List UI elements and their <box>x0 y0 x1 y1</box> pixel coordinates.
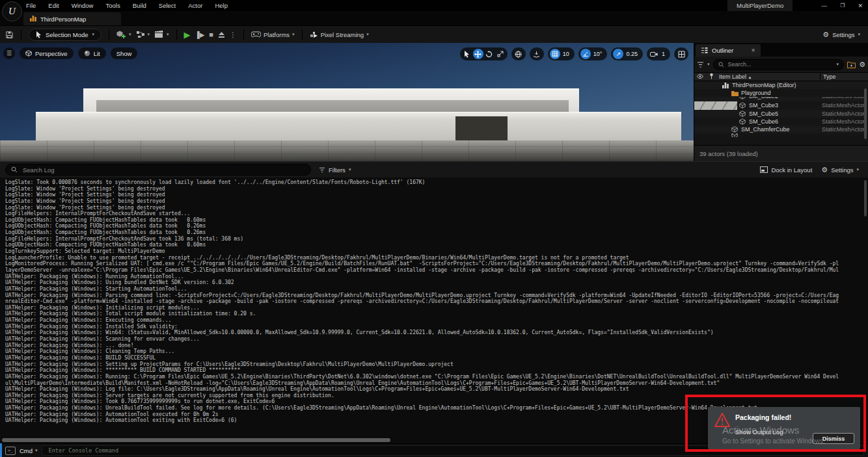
chevron-down-icon[interactable]: ▾ <box>837 62 839 67</box>
grid-snap-control[interactable]: 10 <box>548 47 575 60</box>
scale-tool-icon[interactable] <box>495 49 506 59</box>
log-line: UATHelper: Packaging (Windows): Installe… <box>5 324 864 330</box>
add-actor-dropdown[interactable]: ▾ <box>116 30 131 39</box>
outliner-row[interactable]: SM_Cube5StaticMeshActor <box>694 110 868 118</box>
eject-button[interactable] <box>218 31 225 38</box>
restore-button[interactable]: ❐ <box>840 3 845 8</box>
log-horizontal-scrollbar[interactable] <box>2 438 390 442</box>
perspective-dropdown[interactable]: Perspective <box>20 47 74 59</box>
outliner-row[interactable]: SM_ChamferCubeStaticMeshActor <box>694 125 868 133</box>
chevron-down-icon: ▾ <box>366 32 369 37</box>
cmd-dropdown[interactable]: Cmd ▾ <box>20 447 38 454</box>
show-output-log-link[interactable]: Show Output Log <box>735 428 783 436</box>
menu-item-actor[interactable]: Actor <box>188 2 202 9</box>
menu-item-help[interactable]: Help <box>215 2 228 9</box>
row-stripes-highlight <box>694 101 737 109</box>
tab-thirdpersonmap[interactable]: ThirdPersonMap <box>23 12 121 25</box>
chevron-down-icon: ▾ <box>856 167 859 172</box>
scale-snap-icon: ↗ <box>613 49 623 59</box>
close-button[interactable]: ✕ <box>858 3 863 9</box>
log-line: UATHelper: Packaging (Windows): Scanning… <box>5 336 864 343</box>
outliner-scrollbar[interactable] <box>864 88 867 139</box>
play-options-button[interactable]: ⋮ <box>230 31 236 38</box>
outliner-search-input[interactable] <box>727 60 834 68</box>
rotation-snap-value: 10° <box>591 51 606 57</box>
menu-item-file[interactable]: File <box>26 2 36 9</box>
scale-snap-control[interactable]: ↗ 0.25 <box>611 47 643 60</box>
menu-item-select[interactable]: Select <box>159 2 176 9</box>
mesh-icon <box>739 111 746 117</box>
visibility-column-icon[interactable] <box>694 73 706 80</box>
save-button[interactable] <box>5 31 14 39</box>
pin-column-icon[interactable] <box>706 73 716 81</box>
maximize-viewport-button[interactable] <box>674 47 688 60</box>
console-focus-accent <box>0 443 2 457</box>
search-icon <box>11 166 18 173</box>
outliner-row[interactable]: ThirdPersonMap (Editor) <box>694 81 868 89</box>
menu-item-build[interactable]: Build <box>133 2 146 9</box>
minimize-button[interactable]: — <box>821 3 827 9</box>
skip-frame-button[interactable]: ▐▶ <box>195 31 205 38</box>
outliner-row[interactable]: SM_Cube2StaticMeshActor <box>694 97 868 101</box>
log-line: UATHelper: Packaging (Windows): Initiali… <box>5 305 864 311</box>
rotate-tool-icon[interactable] <box>484 49 495 59</box>
menu-item-tools[interactable]: Tools <box>105 2 120 9</box>
log-settings-dropdown[interactable]: ⚙ Settings ▾ <box>821 166 859 174</box>
log-search[interactable] <box>5 164 311 176</box>
camera-speed-control[interactable]: 1 <box>647 47 670 60</box>
world-coordinate-toggle[interactable] <box>511 47 526 60</box>
divider <box>109 29 109 40</box>
log-filters-dropdown[interactable]: Filters ▾ <box>319 166 351 174</box>
settings-dropdown[interactable]: ⚙ Settings ▾ <box>822 31 863 39</box>
menu-item-window[interactable]: Window <box>72 2 94 9</box>
filter-icon[interactable] <box>697 62 704 68</box>
select-tool-icon[interactable] <box>462 49 472 59</box>
dock-in-layout-button[interactable]: Dock in Layout <box>760 166 812 174</box>
surface-snap-icon <box>532 49 542 59</box>
play-button[interactable]: ▶ <box>184 30 191 40</box>
dock-icon <box>760 166 768 173</box>
blueprints-dropdown[interactable]: ▾ <box>136 31 150 38</box>
pixel-streaming-dropdown[interactable]: Pixel Streaming ▾ <box>310 31 369 38</box>
outliner-row[interactable]: SM_Cube6StaticMeshActor <box>694 118 868 125</box>
level-viewport[interactable]: ☰ Perspective Lit Show <box>0 43 694 161</box>
chevron-down-icon[interactable]: ▾ <box>707 62 710 67</box>
folder-icon <box>731 90 739 96</box>
show-dropdown[interactable]: Show <box>111 47 138 59</box>
outliner-row[interactable] <box>694 133 868 137</box>
row-label: SM_ChamferCube <box>741 126 790 133</box>
chevron-down-icon: ▾ <box>148 32 150 37</box>
outliner-settings-icon[interactable]: ⚙ <box>859 60 865 69</box>
level-icon <box>722 83 729 88</box>
outliner-search[interactable]: ▾ <box>713 59 845 70</box>
move-tool-icon[interactable] <box>473 49 483 59</box>
stop-button[interactable]: ■ <box>209 31 213 38</box>
window-controls: — ❐ ✕ <box>821 0 863 11</box>
outliner-row[interactable]: Playground <box>694 89 868 97</box>
log-search-input[interactable] <box>21 166 305 174</box>
cinematics-dropdown[interactable]: ▾ <box>154 31 169 38</box>
dismiss-button[interactable]: Dismiss <box>813 433 854 444</box>
selection-mode-dropdown[interactable]: Selection Mode ▾ <box>29 29 102 41</box>
log-text-area[interactable]: LogSlate: Took 0.000876 seconds to synch… <box>0 177 864 424</box>
lit-sphere-icon <box>84 50 90 57</box>
log-vertical-scrollbar[interactable] <box>864 180 867 216</box>
globe-icon <box>513 49 524 59</box>
item-label-column-header[interactable]: Item Label ▲ <box>716 73 820 80</box>
log-line: LogSlate: Window 'Project Settings' bein… <box>5 192 864 198</box>
unreal-engine-logo-icon[interactable]: U <box>2 1 22 21</box>
viewport-menu-icon[interactable]: ☰ <box>3 47 15 59</box>
settings-label: Settings <box>832 31 854 38</box>
type-column-header[interactable]: Type <box>820 73 868 80</box>
rotation-snap-control[interactable]: 10° <box>578 47 608 60</box>
outliner-row[interactable]: SM_Cube3StaticMeshActor <box>694 101 868 109</box>
menu-item-edit[interactable]: Edit <box>48 2 59 9</box>
blueprints-icon <box>136 31 145 38</box>
lit-dropdown[interactable]: Lit <box>78 47 106 59</box>
tab-outliner[interactable]: Outliner ✕ <box>696 44 761 57</box>
add-folder-icon[interactable] <box>847 61 856 68</box>
surface-snapping-toggle[interactable] <box>530 47 544 60</box>
platforms-dropdown[interactable]: Platforms ▾ <box>251 31 295 38</box>
outliner-tab-label: Outliner <box>712 47 733 54</box>
close-tab-icon[interactable]: ✕ <box>751 47 755 53</box>
